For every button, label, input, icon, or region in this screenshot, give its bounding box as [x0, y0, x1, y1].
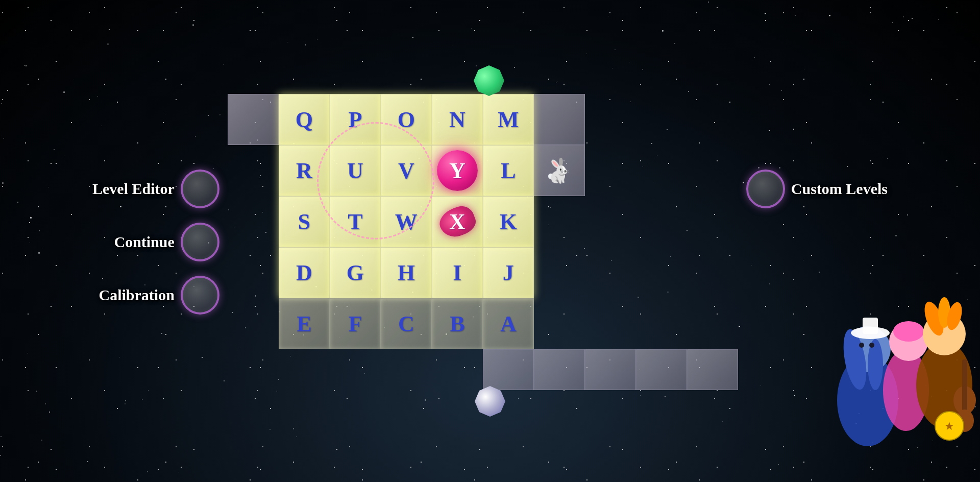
cell-X[interactable]: X [432, 196, 483, 247]
cell-J[interactable]: J [483, 247, 534, 298]
cell-U[interactable]: U [330, 145, 381, 196]
continue-button[interactable] [181, 223, 219, 261]
silver-gem-icon [475, 386, 505, 417]
level-editor-row: Level Editor [92, 163, 219, 214]
right-strip-rabbit[interactable]: 🐇 [534, 145, 585, 196]
letter-K: K [500, 209, 517, 235]
green-gem-icon [474, 65, 504, 96]
letter-I: I [453, 260, 461, 286]
cell-H[interactable]: H [381, 247, 432, 298]
cell-T[interactable]: T [330, 196, 381, 247]
letter-S: S [298, 209, 310, 235]
custom-levels-button[interactable] [746, 170, 785, 208]
grid-section: Level Editor Continue Calibration [92, 94, 888, 390]
right-side-strip: 🐇 [534, 94, 585, 349]
content-block: Level Editor Continue Calibration [92, 65, 888, 417]
cell-V[interactable]: V [381, 145, 432, 196]
platform-5 [483, 349, 534, 390]
left-strip-cell-0 [228, 94, 279, 145]
letter-A: A [500, 311, 517, 337]
letter-L: L [501, 158, 516, 184]
cell-N[interactable]: N [432, 94, 483, 145]
cell-F[interactable]: F [330, 298, 381, 349]
letter-R: R [296, 158, 312, 184]
top-gem[interactable] [474, 65, 506, 98]
bottom-gem[interactable] [475, 386, 505, 417]
letter-F: F [348, 311, 362, 337]
letter-P: P [348, 107, 362, 133]
platform-9 [687, 349, 738, 390]
y-selected-circle: Y [437, 150, 478, 191]
cell-Q[interactable]: Q [279, 94, 330, 145]
cell-C[interactable]: C [381, 298, 432, 349]
platform-6 [534, 349, 585, 390]
cell-S[interactable]: S [279, 196, 330, 247]
letter-G: G [347, 260, 364, 286]
cell-K[interactable]: K [483, 196, 534, 247]
rabbit-icon: 🐇 [545, 157, 574, 184]
letter-V: V [398, 158, 414, 184]
letter-W: W [395, 209, 418, 235]
cell-Y[interactable]: Y [432, 145, 483, 196]
level-editor-button[interactable] [181, 170, 219, 208]
letter-grid: Q P O N M R U V Y [279, 94, 534, 349]
letter-O: O [398, 107, 415, 133]
letter-E: E [297, 311, 311, 337]
calibration-button[interactable] [181, 276, 219, 315]
bottom-platform-row [228, 349, 738, 390]
grid-container: Q P O N M R U V Y [279, 94, 534, 349]
letter-J: J [503, 260, 514, 286]
cell-G[interactable]: G [330, 247, 381, 298]
letter-H: H [398, 260, 415, 286]
letter-Y: Y [449, 158, 465, 184]
right-strip-circle-row [534, 94, 585, 145]
cell-P[interactable]: P [330, 94, 381, 145]
grid-column: Q P O N M R U V Y [228, 94, 738, 390]
calibration-row: Calibration [99, 270, 219, 321]
cell-E[interactable]: E [279, 298, 330, 349]
left-side-strip [228, 94, 279, 349]
letter-N: N [449, 107, 465, 133]
letter-Q: Q [296, 107, 313, 133]
cell-B[interactable]: B [432, 298, 483, 349]
cell-L[interactable]: L [483, 145, 534, 196]
left-controls: Level Editor Continue Calibration [92, 163, 219, 321]
platform-7 [585, 349, 636, 390]
platform-8 [636, 349, 687, 390]
custom-levels-row: Custom Levels [746, 163, 888, 214]
letter-D: D [296, 260, 312, 286]
main-layout: Level Editor Continue Calibration [0, 0, 980, 482]
letter-M: M [498, 107, 519, 133]
cell-O[interactable]: O [381, 94, 432, 145]
cell-I[interactable]: I [432, 247, 483, 298]
letter-B: B [450, 311, 464, 337]
letter-X: X [449, 209, 465, 235]
letter-C: C [398, 311, 414, 337]
cell-R[interactable]: R [279, 145, 330, 196]
cell-M[interactable]: M [483, 94, 534, 145]
cell-W[interactable]: W [381, 196, 432, 247]
right-controls: Custom Levels [746, 163, 888, 321]
calibration-label: Calibration [99, 286, 174, 304]
custom-levels-label: Custom Levels [791, 180, 888, 198]
level-editor-label: Level Editor [92, 180, 175, 198]
letter-T: T [348, 209, 362, 235]
grid-and-sides: Q P O N M R U V Y [228, 94, 738, 349]
continue-row: Continue [114, 216, 219, 268]
cell-D[interactable]: D [279, 247, 330, 298]
cell-A[interactable]: A [483, 298, 534, 349]
continue-label: Continue [114, 233, 174, 251]
letter-U: U [347, 158, 363, 184]
